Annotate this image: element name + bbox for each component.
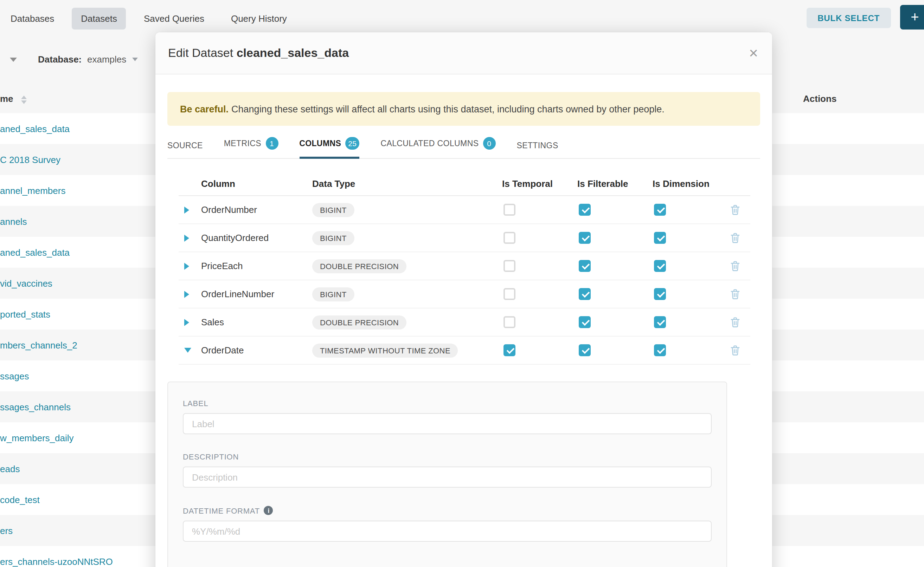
sort-icon[interactable] <box>21 96 27 104</box>
modal-tab-label: SETTINGS <box>516 141 558 150</box>
dataset-link[interactable]: vid_vaccines <box>0 278 53 288</box>
column-header-data-type: Data Type <box>312 178 502 189</box>
edit-dataset-modal: Edit Dataset cleaned_sales_data × Be car… <box>155 32 772 567</box>
nav-tab-label: Saved Queries <box>144 13 204 24</box>
dataset-link[interactable]: ssages_channels <box>0 402 71 412</box>
is-dimension-checkbox[interactable] <box>654 316 666 328</box>
caret-right-icon[interactable] <box>184 291 189 297</box>
nav-tab-datasets[interactable]: Datasets <box>72 8 126 29</box>
datetime-format-label-row: DATETIME FORMAT i <box>183 506 712 515</box>
nav-tab-query-history[interactable]: Query History <box>222 8 296 29</box>
column-detail-panel: LABEL DESCRIPTION DATETIME FORMAT i <box>167 381 727 567</box>
tab-columns[interactable]: COLUMNS 25 <box>299 137 359 158</box>
delete-icon[interactable] <box>731 232 740 243</box>
dataset-link[interactable]: code_test <box>0 494 40 505</box>
name-column-header[interactable]: me <box>0 93 14 104</box>
is-temporal-checkbox[interactable] <box>504 260 515 272</box>
columns-table: Column Data Type Is Temporal Is Filterab… <box>179 171 750 364</box>
delete-icon[interactable] <box>731 317 740 327</box>
column-row-priceeach: PriceEach DOUBLE PRECISION <box>179 252 750 280</box>
dataset-link[interactable]: aned_sales_data <box>0 247 69 258</box>
modal-title: Edit Dataset cleaned_sales_data <box>168 46 349 60</box>
is-temporal-checkbox[interactable] <box>504 288 515 300</box>
is-dimension-checkbox[interactable] <box>654 344 666 356</box>
columns-table-body: OrderNumber BIGINT QuantityOrdered BIGIN… <box>179 196 750 364</box>
tab-count-badge: 25 <box>345 137 359 150</box>
tab-settings[interactable]: SETTINGS <box>516 141 558 158</box>
is-dimension-checkbox[interactable] <box>654 260 666 272</box>
add-dataset-button[interactable]: + <box>900 5 924 30</box>
dataset-link[interactable]: ers_channels-uzooNNtSRO <box>0 556 113 567</box>
top-nav: Databases Datasets Saved Queries Query H… <box>0 0 924 36</box>
dataset-link[interactable]: C 2018 Survey <box>0 154 60 165</box>
database-filter-select[interactable]: examples <box>87 54 137 64</box>
is-temporal-checkbox[interactable] <box>504 232 515 244</box>
data-type-pill: BIGINT <box>312 287 354 301</box>
chevron-down-icon <box>132 58 137 61</box>
is-dimension-checkbox[interactable] <box>654 204 666 216</box>
modal-title-dataset-name: cleaned_sales_data <box>236 46 349 59</box>
dataset-link[interactable]: ported_stats <box>0 309 50 320</box>
chevron-down-icon[interactable] <box>10 58 17 62</box>
column-header-is-filterable: Is Filterable <box>577 178 653 189</box>
info-icon[interactable]: i <box>264 506 273 515</box>
database-filter-label: Database: <box>38 54 81 64</box>
is-filterable-checkbox[interactable] <box>579 288 591 300</box>
dataset-link[interactable]: ssages <box>0 370 29 381</box>
is-filterable-checkbox[interactable] <box>579 232 591 244</box>
warning-banner: Be careful. Changing these settings will… <box>167 92 760 126</box>
column-header-is-temporal: Is Temporal <box>502 178 577 189</box>
is-temporal-checkbox[interactable] <box>504 344 515 356</box>
columns-table-header: Column Data Type Is Temporal Is Filterab… <box>179 171 750 196</box>
column-name: OrderNumber <box>201 204 312 215</box>
dataset-link[interactable]: ers <box>0 525 13 536</box>
caret-down-icon[interactable] <box>184 348 191 353</box>
data-type-pill: DOUBLE PRECISION <box>312 259 406 273</box>
column-row-ordernumber: OrderNumber BIGINT <box>179 196 750 224</box>
column-header-column: Column <box>201 178 312 189</box>
is-dimension-checkbox[interactable] <box>654 288 666 300</box>
is-temporal-checkbox[interactable] <box>504 204 515 216</box>
actions-column-header: Actions <box>803 93 837 104</box>
delete-icon[interactable] <box>731 261 740 271</box>
warning-banner-bold: Be careful. <box>180 104 229 114</box>
caret-right-icon[interactable] <box>184 234 189 242</box>
column-name: Sales <box>201 317 312 327</box>
is-dimension-checkbox[interactable] <box>654 232 666 244</box>
dataset-link[interactable]: eads <box>0 464 20 474</box>
is-filterable-checkbox[interactable] <box>579 316 591 328</box>
close-icon[interactable]: × <box>749 45 758 61</box>
delete-icon[interactable] <box>731 345 740 356</box>
is-filterable-checkbox[interactable] <box>579 344 591 356</box>
nav-tab-databases[interactable]: Databases <box>2 8 63 29</box>
is-filterable-checkbox[interactable] <box>579 260 591 272</box>
modal-tabs: SOURCE METRICS 1 COLUMNS 25 CALCULATED C… <box>167 131 760 159</box>
nav-tab-label: Databases <box>11 13 54 24</box>
datetime-format-field-label: DATETIME FORMAT <box>183 506 260 514</box>
delete-icon[interactable] <box>731 289 740 299</box>
datetime-format-input[interactable] <box>183 520 712 542</box>
bulk-select-button[interactable]: BULK SELECT <box>806 8 891 28</box>
description-input[interactable] <box>183 466 712 488</box>
tab-calculated-columns[interactable]: CALCULATED COLUMNS 0 <box>381 137 495 158</box>
caret-right-icon[interactable] <box>184 206 189 213</box>
data-type-pill: TIMESTAMP WITHOUT TIME ZONE <box>312 343 458 357</box>
caret-right-icon[interactable] <box>184 319 189 326</box>
data-type-pill: BIGINT <box>312 231 354 245</box>
column-name: QuantityOrdered <box>201 232 312 243</box>
is-temporal-checkbox[interactable] <box>504 316 515 328</box>
tab-metrics[interactable]: METRICS 1 <box>224 137 278 158</box>
label-input[interactable] <box>183 413 712 434</box>
dataset-link[interactable]: w_members_daily <box>0 432 74 443</box>
caret-right-icon[interactable] <box>184 262 189 270</box>
delete-icon[interactable] <box>731 204 740 215</box>
is-filterable-checkbox[interactable] <box>579 204 591 216</box>
dataset-link[interactable]: annel_members <box>0 185 65 196</box>
dataset-link[interactable]: mbers_channels_2 <box>0 340 77 350</box>
nav-tab-saved-queries[interactable]: Saved Queries <box>135 8 214 29</box>
dataset-link[interactable]: annels <box>0 216 27 226</box>
column-row-orderlinenumber: OrderLineNumber BIGINT <box>179 280 750 309</box>
dataset-link[interactable]: aned_sales_data <box>0 123 69 134</box>
tab-count-badge: 0 <box>483 137 495 150</box>
tab-source[interactable]: SOURCE <box>167 141 203 158</box>
